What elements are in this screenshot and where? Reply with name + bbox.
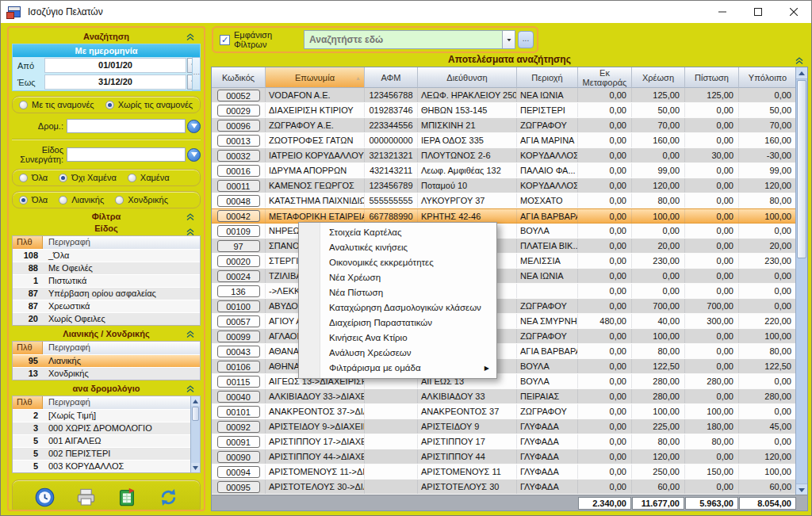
list-item[interactable]: 1Πιστωτικά (13, 274, 200, 287)
route-header[interactable]: ανα δρομολόγιο (12, 380, 201, 396)
count-column-header[interactable]: Πλθ (13, 342, 43, 354)
code-button[interactable]: 00101 (217, 406, 260, 418)
radio-icon[interactable] (59, 196, 67, 204)
list-item[interactable]: 5003 ΚΟΡΥΔΑΛΛΟΣ (13, 460, 200, 472)
date-range-expander[interactable]: ⋯ (192, 57, 201, 90)
scroll-up-icon[interactable] (796, 67, 807, 79)
column-header[interactable]: Εκ Μεταφοράς (578, 67, 632, 88)
column-header[interactable]: ΑΦΜ (365, 67, 418, 88)
code-button[interactable]: 00048 (217, 195, 260, 207)
context-menu-item[interactable]: Ανάλυση Χρεώσεων (299, 346, 496, 361)
column-header[interactable]: Υπόλοιπο (739, 67, 797, 88)
context-menu-item[interactable]: Κινήσεις Ανα Κτίριο (299, 331, 496, 346)
list-item[interactable]: 108_Όλα (13, 249, 200, 262)
code-button[interactable]: 136 (217, 285, 260, 297)
maximize-button[interactable] (740, 1, 776, 23)
code-button[interactable]: 00040 (217, 391, 260, 403)
radio-option[interactable]: Όλα (19, 195, 48, 204)
collapse-icon[interactable] (186, 330, 194, 339)
table-row[interactable]: 00091ΑΡΙΣΤΙΠΠΟΥ 17->ΔΙΑΧΕΙΡΙΣ...ΑΡΙΣΤΙΠΠ… (212, 434, 797, 449)
list-item[interactable]: 5002 ΠΕΡΙΣΤΕΡΙ (13, 447, 200, 460)
description-column-header[interactable]: Περιγραφή (43, 396, 200, 409)
column-header[interactable]: Χρέωση (632, 67, 685, 88)
scroll-up-icon[interactable] (191, 396, 200, 406)
collapse-icon[interactable] (186, 227, 194, 237)
code-button[interactable]: 00013 (217, 135, 260, 147)
radio-option[interactable]: Χονδρικής (115, 195, 168, 204)
code-button[interactable]: 00099 (217, 331, 260, 342)
column-header[interactable]: Διεύθυνση (418, 67, 517, 88)
radio-option[interactable]: Όχι Χαμένα (59, 173, 117, 182)
radio-icon[interactable] (128, 174, 136, 182)
table-row[interactable]: 00101ΑΝΑΚΡΕΟΝΤΟΣ 37->ΔΙΑΧΕΙ...ΑΝΑΚΡΕΟΝΤΟ… (212, 404, 797, 419)
column-header[interactable]: Πίστωση (685, 67, 739, 88)
table-row[interactable]: 00011ΚΑΜΕΝΟΣ ΓΕΩΡΓΟΣ123456789Ποταμού 10Κ… (212, 178, 797, 193)
code-button[interactable]: 00016 (217, 165, 260, 177)
scroll-thumb[interactable] (192, 407, 199, 421)
code-button[interactable]: 97 (217, 240, 260, 252)
count-column-header[interactable]: Πλθ (13, 396, 43, 409)
radio-icon[interactable] (19, 174, 28, 182)
code-button[interactable]: 00024 (217, 270, 260, 282)
table-row[interactable]: 00013ΖΩΟΤΡΟΦΕΣ ΓΑΤΩΝ000000000ΙΕΡΑ ΟΔΟΣ 3… (212, 133, 797, 148)
partner-type-input[interactable] (67, 147, 186, 162)
code-button[interactable]: 00095 (217, 481, 260, 493)
eidos-header[interactable]: Είδος (12, 224, 201, 235)
radio-icon[interactable] (115, 196, 124, 204)
date-from-input[interactable]: 01/01/20 (44, 58, 186, 73)
context-menu-item[interactable]: Στοιχεία Καρτέλας (299, 225, 496, 240)
retail-header[interactable]: Λιανικής / Χονδρικής (12, 326, 201, 341)
refresh-icon[interactable] (156, 485, 180, 509)
table-row[interactable]: 00090ΑΡΙΣΤΙΠΠΟΥ 44->ΔΙΑΧΕΙΡΙΣ...ΑΡΙΣΤΙΠΠ… (212, 449, 797, 464)
list-item[interactable]: 3000 ΧΩΡΙΣ ΔΡΟΜΟΛΟΓΙΟ (13, 422, 200, 434)
radio-icon[interactable] (19, 101, 28, 109)
collapse-icon[interactable] (795, 55, 803, 67)
table-row[interactable]: 00016ΙΔΡΥΜΑ ΑΠΟΡΡΩΝ432143211Λεωφ. Αμφιθέ… (212, 163, 797, 178)
scroll-down-icon[interactable] (796, 484, 807, 495)
list-item[interactable]: 13Χονδρικής (13, 367, 200, 380)
filters-header[interactable]: Φίλτρα (12, 208, 201, 224)
table-row[interactable]: 00052VODAFON A.E.123456788ΛΕΩΦ. ΗΡΑΚΛΕΙΟ… (212, 88, 797, 103)
table-row[interactable]: 00096ΖΩΓΡΑΦΟΥ Α.Ε.223344556ΜΠΙΣΚΙΝΗ 21ΖΩ… (212, 118, 797, 133)
count-column-header[interactable]: Πλθ (13, 236, 43, 249)
collapse-icon[interactable] (186, 384, 194, 394)
export-icon[interactable] (115, 485, 139, 509)
code-button[interactable]: 00052 (217, 90, 260, 101)
column-header[interactable]: Επωνυμία▲ (266, 67, 365, 88)
code-button[interactable]: 00091 (217, 436, 260, 448)
close-button[interactable] (776, 1, 811, 23)
route-list-scrollbar[interactable] (190, 396, 200, 472)
table-row[interactable]: 00040ΑΛΚΙΒΙΑΔΟΥ 33->ΔΙΑΧΕΙΡΙΣ...ΑΛΚΙΒΙΑΔ… (212, 389, 797, 404)
radio-icon[interactable] (19, 196, 28, 204)
table-row[interactable]: 00032ΙΑΤΡΕΙΟ ΚΟΡΥΔΑΛΛΟΥ321321321ΠΛΟΥΤΩΝΟ… (212, 148, 797, 163)
table-row[interactable]: 00092ΑΡΙΣΤΕΙΔΟΥ 9->ΔΙΑΧΕΙΡΙΣΗ...ΑΡΙΣΤΕΙΔ… (212, 419, 797, 434)
list-item[interactable]: 2[Χωρίς Τιμή] (13, 409, 200, 422)
radio-option[interactable]: Χαμένα (128, 173, 170, 182)
radio-option[interactable]: Όλα (19, 173, 48, 182)
collapse-icon[interactable] (186, 212, 194, 222)
list-item[interactable]: 88Με Οφειλές (13, 262, 200, 274)
list-item[interactable]: 20Χωρίς Οφειλες (13, 312, 200, 325)
code-button[interactable]: 00090 (217, 451, 260, 463)
context-menu-item[interactable]: Αναλυτικές κινήσεις (299, 240, 496, 255)
context-menu-item[interactable]: Φιλτράρισμα με ομάδα▶ (299, 361, 496, 376)
code-button[interactable]: 00032 (217, 150, 260, 162)
context-menu-item[interactable]: Διαχείριση Παραστατικών (299, 315, 496, 331)
radio-option[interactable]: Λιανικής (59, 195, 104, 204)
code-button[interactable]: 00115 (217, 376, 260, 388)
code-button[interactable]: 00094 (217, 466, 260, 478)
context-menu-item[interactable]: Οικονομικές εκκρεμότητες (299, 255, 496, 270)
table-row[interactable]: 00094ΑΡΙΣΤΟΜΕΝΟΥΣ 11->ΔΙΑΧΕ...ΑΡΙΣΤΟΜΕΝΟ… (212, 464, 797, 480)
code-button[interactable]: 00096 (217, 120, 260, 132)
search-dropdown-icon[interactable] (502, 31, 515, 48)
route-dropdown-icon[interactable] (187, 120, 201, 133)
search-more-button[interactable]: ... (518, 31, 534, 48)
table-row[interactable]: 00095ΑΡΙΣΤΟΤΕΛΟΥΣ 30->ΔΙΑΧΕΙ...ΑΡΙΣΤΟΤΕΛ… (212, 480, 797, 495)
radio-option[interactable]: Με τις αναμονές (19, 100, 94, 109)
list-item[interactable]: 87Χρεωστικά (13, 300, 200, 312)
collapse-icon[interactable] (186, 32, 194, 42)
scroll-thumb[interactable] (797, 80, 806, 258)
code-button[interactable]: 00109 (217, 225, 260, 237)
code-button[interactable]: 00100 (217, 300, 260, 312)
code-button[interactable]: 00043 (217, 346, 260, 357)
